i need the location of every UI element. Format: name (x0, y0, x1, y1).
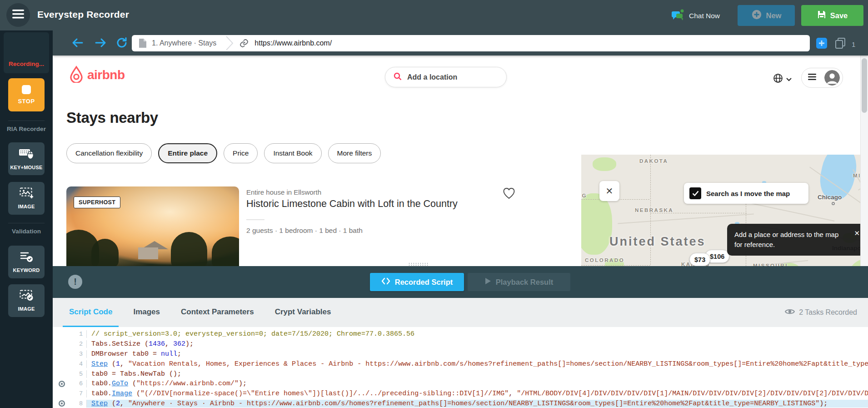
filter-pill-entire-place[interactable]: Entire place (158, 143, 217, 163)
code-text: // script_version=3.0; everystep_version… (86, 330, 868, 338)
airbnb-wordmark: airbnb (87, 68, 125, 82)
code-segment: 2 (116, 400, 120, 408)
hamburger-menu-button[interactable] (6, 3, 30, 27)
code-segment: ( (128, 380, 136, 388)
map-region-label-dakota: DAKOTA (639, 158, 668, 164)
save-button[interactable]: Save (801, 5, 863, 26)
recorded-script-button[interactable]: Recorded Script (370, 273, 464, 291)
alert-icon[interactable]: ! (68, 275, 82, 289)
location-search-box[interactable]: Add a location (385, 67, 507, 87)
new-button[interactable]: New (738, 5, 795, 26)
page-title: Stays nearby (66, 109, 158, 126)
playback-result-button[interactable]: Playback Result (468, 273, 570, 291)
price-marker-73[interactable]: $73 (689, 253, 710, 266)
save-label: Save (830, 11, 848, 20)
map-close-button[interactable]: ✕ (599, 181, 619, 201)
menu-icon (808, 74, 816, 82)
filter-pill-cancellation-flexibility[interactable]: Cancellation flexibility (66, 143, 152, 163)
listing-title[interactable]: Historic Limestone Cabin with Loft in th… (246, 198, 458, 210)
image-validation-button[interactable]: IMAGE (8, 284, 45, 317)
address-bar[interactable]: 1. Anywhere · Stays https://www.airbnb.c… (132, 35, 810, 51)
filter-pill-instant-book[interactable]: Instant Book (264, 143, 321, 163)
language-globe-button[interactable] (773, 73, 792, 86)
code-segment: , (509, 390, 517, 398)
user-menu-button[interactable] (801, 68, 843, 88)
code-link-image[interactable]: Image (112, 390, 132, 398)
ria-image-button[interactable]: IMAGE (8, 182, 45, 215)
tab-title[interactable]: 1. Anywhere · Stays (152, 39, 216, 47)
code-segment: ; (177, 350, 181, 358)
code-link-step[interactable]: Step (91, 400, 108, 408)
code-link-goto[interactable]: GoTo (112, 380, 128, 388)
chat-now-label: Chat Now (689, 12, 720, 20)
stop-recording-button[interactable]: STOP (8, 78, 45, 111)
airbnb-belo-icon (68, 65, 85, 85)
keyword-validation-button[interactable]: KEYWORD (8, 246, 45, 278)
page-icon (138, 38, 147, 48)
filter-pills: Cancellation flexibilityEntire placePric… (66, 143, 381, 163)
sidebar-divider (8, 121, 45, 121)
code-segment: 362 (173, 340, 185, 348)
code-line: 7tab0.Image ("(//DIV[normalize-space()=\… (53, 389, 868, 399)
code-segment: ( (108, 360, 116, 368)
code-text: tab0.GoTo ("https://www.airbnb.com/"); (86, 380, 868, 388)
checkbox-checked-icon[interactable] (689, 187, 701, 199)
stop-label: STOP (18, 98, 35, 105)
refresh-button[interactable] (115, 36, 128, 51)
scrollbar-thumb[interactable] (862, 58, 867, 113)
url-text[interactable]: https://www.airbnb.com/ (254, 39, 332, 47)
playback-result-label: Playback Result (496, 278, 554, 287)
tab-context-parameters[interactable]: Context Parameters (175, 298, 260, 327)
code-link-step[interactable]: Step (91, 360, 108, 368)
breakpoint-eye-icon[interactable] (53, 380, 71, 388)
bottom-toolbar: ! Recorded Script Playback Result (53, 266, 868, 298)
keyword-check-icon (20, 251, 33, 264)
code-segment: "(//DIV[normalize-space()=\"Entire homes… (140, 390, 509, 398)
panel-resize-handle[interactable] (408, 262, 429, 266)
breakpoint-eye-icon[interactable] (53, 400, 71, 407)
key-mouse-button[interactable]: KEY+MOUSE (8, 142, 45, 175)
airbnb-logo[interactable]: airbnb (68, 65, 125, 85)
code-segment: tab0. (91, 380, 112, 388)
back-button[interactable] (71, 36, 85, 51)
line-number: 6 (71, 380, 86, 387)
top-bar: Everystep Recorder Chat Now New Save (0, 0, 868, 30)
line-number: 1 (71, 331, 86, 337)
code-segment: tab0 = Tabs.NewTab (); (91, 370, 181, 378)
filter-pill-more-filters[interactable]: More filters (328, 143, 381, 163)
chat-now-button[interactable]: Chat Now (670, 7, 720, 25)
play-icon (485, 277, 491, 287)
tab-images[interactable]: Images (127, 298, 166, 327)
hamburger-icon (12, 10, 24, 20)
tab-crypt-variables[interactable]: Crypt Variables (269, 298, 338, 327)
everystep-recorder-window: Everystep Recorder Chat Now New Save Rec… (0, 0, 868, 408)
map[interactable]: United States DAKOTAMICHIGANWYOMINGIOWAN… (581, 155, 868, 266)
code-segment: , (120, 400, 128, 408)
wishlist-heart-button[interactable] (503, 187, 515, 201)
forward-button[interactable] (94, 36, 107, 51)
code-segment: "Vacation Rentals, Homes, Experiences & … (128, 360, 868, 368)
plus-circle-icon (751, 9, 762, 22)
code-line: 4Step (1, "Vacation Rentals, Homes, Expe… (53, 359, 868, 369)
recorder-sidebar: Recording... STOP RIA Recorder KEY+MOUSE… (0, 30, 53, 408)
code-segment: , (165, 340, 173, 348)
tooltip-close-icon[interactable]: ✕ (854, 228, 860, 238)
browser-viewport: airbnb Add a location Stays nearby (53, 55, 868, 266)
add-tab-icon[interactable] (815, 36, 829, 52)
tab-script-code[interactable]: Script Code (63, 298, 119, 327)
app-title: Everystep Recorder (37, 9, 129, 20)
code-segment: 1436 (149, 340, 165, 348)
chevron-separator-icon (224, 35, 234, 51)
image-plus-icon (20, 187, 33, 201)
viewport-scrollbar[interactable] (860, 55, 868, 266)
filter-pill-price[interactable]: Price (224, 143, 258, 163)
tab-list-icon[interactable] (834, 37, 846, 51)
code-segment: ); (239, 380, 247, 388)
code-text: Tabs.SetSize (1436, 362); (86, 340, 868, 348)
script-code-editor[interactable]: 1// script_version=3.0; everystep_versio… (53, 327, 868, 408)
code-line: 2Tabs.SetSize (1436, 362); (53, 339, 868, 349)
image-check-icon (20, 290, 33, 303)
search-as-move-toggle[interactable]: Search as I move the map (684, 183, 808, 204)
code-segment: DMBrowser tab0 = (91, 350, 161, 358)
code-icon (381, 277, 390, 287)
